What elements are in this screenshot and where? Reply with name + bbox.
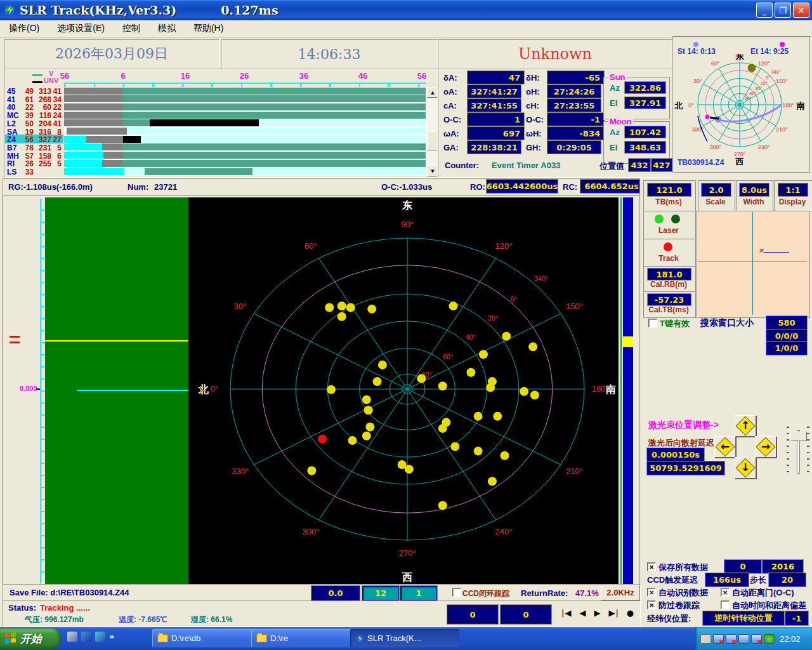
elevation-label: 20° — [488, 314, 498, 322]
mjd-field[interactable]: 50793.5291609 — [647, 461, 724, 475]
beam-right-button[interactable]: → — [755, 436, 776, 458]
quick-launch: » — [67, 632, 114, 642]
window-title: SLR Track(KHz,Ver3.3) — [20, 3, 176, 17]
sat-v1: 33 — [20, 168, 34, 176]
sat-id[interactable]: LS — [7, 168, 16, 176]
security-shield-icon[interactable] — [764, 634, 775, 644]
time-axis-tick: 26 — [240, 71, 249, 81]
search-f2-field[interactable]: 1/0/0 — [766, 342, 807, 355]
scroll-up-button[interactable]: ▲ — [427, 87, 438, 98]
theodolite-button[interactable]: 逆时针转动位置 — [703, 611, 784, 625]
azimuth-label: 270° — [399, 548, 416, 558]
schedule-bar — [64, 119, 123, 126]
quick-launch-icon-2[interactable] — [81, 632, 91, 642]
ccd-loop-label: CCD闭环跟踪 — [462, 588, 509, 599]
width-field[interactable]: 8.0us — [740, 183, 769, 196]
anti-wrap-checkbox[interactable]: × — [647, 600, 656, 609]
menu-simulate[interactable]: 模拟 — [149, 23, 185, 34]
auto-offset-checkbox[interactable] — [721, 600, 730, 609]
start-button[interactable]: 开始 — [0, 628, 61, 649]
beam-slider[interactable] — [785, 427, 811, 475]
network-disconnected-icon[interactable] — [726, 634, 737, 644]
start-label: 开始 — [20, 632, 42, 646]
quick-launch-icon-3[interactable] — [95, 632, 105, 642]
width-label: Width — [737, 197, 770, 206]
menu-control[interactable]: 控制 — [114, 23, 149, 34]
cal-tb-field[interactable]: -57.23 — [648, 294, 691, 305]
tb-field[interactable]: 121.0 — [648, 183, 691, 196]
prev-button[interactable]: ◀ — [579, 608, 586, 618]
save-v2-field[interactable]: 2016 — [763, 560, 803, 573]
task-slr-track[interactable]: SLR Track(K... — [350, 629, 459, 647]
quick-launch-icon-1[interactable] — [67, 632, 77, 642]
last-button[interactable]: ▶| — [608, 608, 619, 618]
schedule-bar — [127, 128, 426, 135]
track-field: 228:38:21 — [468, 141, 521, 154]
menu-options[interactable]: 选项设置(E) — [48, 23, 114, 34]
schedule-bar — [67, 128, 127, 135]
beam-left-button[interactable]: ← — [714, 436, 736, 458]
theodolite-value[interactable]: -1 — [785, 611, 808, 625]
azimuth-label: 0° — [211, 384, 218, 394]
backscatter-delay-field[interactable]: 0.000150s — [647, 448, 704, 461]
position-field-1: 432 — [629, 159, 650, 171]
next-button[interactable]: ▶ — [594, 608, 601, 618]
display-field[interactable]: 1:1 — [778, 183, 808, 196]
schedule-bar — [123, 119, 150, 126]
auto-id-checkbox[interactable]: × — [647, 588, 656, 597]
slider-thumb[interactable] — [790, 432, 807, 441]
satellite-table: VUNV566162636465645493134141612683440226… — [4, 69, 438, 178]
task-folder-re[interactable]: D:\re — [251, 629, 355, 647]
beam-up-button[interactable]: ↑ — [735, 415, 756, 437]
save-all-checkbox[interactable]: × — [647, 562, 656, 571]
quick-launch-overflow[interactable]: » — [109, 632, 114, 642]
schedule-bar — [259, 119, 426, 126]
auto-gate-checkbox[interactable]: × — [721, 588, 730, 597]
search-f1-field[interactable]: 0/0/0 — [766, 329, 807, 343]
close-button[interactable]: ✕ — [793, 3, 809, 18]
yellow-reference-line — [45, 340, 192, 342]
return-dot — [500, 451, 509, 460]
restore-button[interactable]: ❐ — [775, 3, 791, 18]
network-icon[interactable] — [738, 634, 749, 644]
ccd-delay-field[interactable]: 166us — [705, 573, 749, 587]
network-disconnected-icon[interactable] — [713, 634, 724, 644]
compass-e: 东 — [402, 199, 412, 211]
tkey-checkbox[interactable] — [648, 319, 657, 328]
track-group: Track — [643, 239, 697, 268]
return-dot — [438, 424, 447, 433]
range-indicator-strip[interactable] — [623, 197, 633, 585]
step-field[interactable]: 20 — [769, 573, 806, 587]
compass-s: 南 — [796, 101, 805, 110]
scroll-down-button[interactable]: ▼ — [427, 166, 438, 176]
ccd-delay-label: CCD触发延迟 — [647, 574, 698, 586]
network-disconnected-icon[interactable] — [751, 634, 762, 644]
return-dot — [405, 465, 414, 474]
cal-rb-field[interactable]: 181.0 — [648, 269, 691, 280]
schedule-bar — [64, 152, 103, 159]
minimize-button[interactable]: _ — [756, 3, 773, 18]
track-label: ωA: — [443, 129, 459, 138]
display-label: Display — [775, 197, 809, 206]
cal-tb-group: -57.23 Cal.TB(ms) — [643, 291, 697, 319]
menu-help[interactable]: 帮助(H) — [185, 23, 232, 34]
sun-az-field: 322.86 — [625, 82, 665, 93]
search-size-field[interactable]: 580 — [766, 316, 807, 329]
record-button[interactable]: ● — [627, 608, 634, 618]
elevation-label: 340° — [534, 275, 548, 282]
menu-operate[interactable]: 操作(O) — [0, 23, 48, 34]
keyboard-icon[interactable] — [700, 634, 711, 644]
time-axis-tick: 56 — [417, 71, 426, 81]
status-label: Status: — [8, 603, 36, 613]
first-button[interactable]: |◀ — [561, 608, 572, 618]
save-v1-field[interactable]: 0 — [724, 560, 761, 573]
scale-field[interactable]: 2.0 — [702, 183, 731, 196]
tb-label: TB(ms) — [645, 197, 693, 206]
beam-down-button[interactable]: ↓ — [735, 457, 756, 479]
return-dot — [449, 302, 458, 310]
search-window-label: 搜索窗口大小 — [700, 317, 754, 329]
position-field-2: 427 — [652, 159, 672, 171]
sat-scrollbar-thumb[interactable] — [427, 131, 438, 150]
ccd-loop-checkbox[interactable] — [452, 588, 461, 597]
task-folder-db[interactable]: D:\re\db — [152, 629, 256, 647]
